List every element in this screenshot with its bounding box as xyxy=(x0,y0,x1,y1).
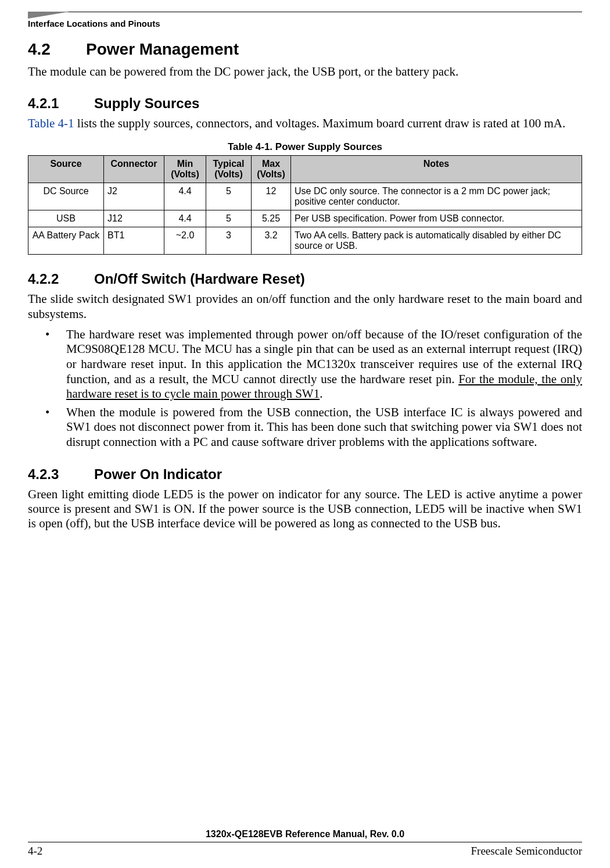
table-row: AA Battery Pack BT1 ~2.0 3 3.2 Two AA ce… xyxy=(28,227,582,255)
section-number: 4.2.2 xyxy=(28,271,94,287)
section-title: Power Management xyxy=(86,40,239,58)
cell-connector: J12 xyxy=(104,210,164,227)
cell-max: 5.25 xyxy=(252,210,291,227)
table-4-1-caption: Table 4-1. Power Supply Sources xyxy=(28,141,582,153)
cell-typ: 5 xyxy=(206,210,252,227)
page-footer: 1320x-QE128EVB Reference Manual, Rev. 0.… xyxy=(28,829,582,858)
col-min: Min (Volts) xyxy=(164,156,206,183)
cell-source: USB xyxy=(28,210,104,227)
section-4-2-2-list: The hardware reset was implemented throu… xyxy=(45,327,582,450)
section-4-2-body: The module can be powered from the DC po… xyxy=(28,65,582,79)
section-title: On/Off Switch (Hardware Reset) xyxy=(94,271,305,287)
cell-max: 12 xyxy=(252,183,291,210)
header-rule xyxy=(28,12,582,19)
section-4-2-3-heading: 4.2.3Power On Indicator xyxy=(28,466,582,483)
section-number: 4.2.1 xyxy=(28,95,94,112)
col-source: Source xyxy=(28,156,104,183)
section-4-2-1-heading: 4.2.1Supply Sources xyxy=(28,95,582,112)
bullet-text: When the module is powered from the USB … xyxy=(66,405,582,449)
section-4-2-2-heading: 4.2.2On/Off Switch (Hardware Reset) xyxy=(28,271,582,287)
cell-notes: Use DC only source. The connector is a 2… xyxy=(291,183,582,210)
cell-notes: Two AA cells. Battery pack is automatica… xyxy=(291,227,582,255)
section-4-2-2-body: The slide switch designated SW1 provides… xyxy=(28,292,582,321)
cell-connector: BT1 xyxy=(104,227,164,255)
section-title: Supply Sources xyxy=(94,95,199,111)
list-item: When the module is powered from the USB … xyxy=(45,405,582,450)
footer-doc-title: 1320x-QE128EVB Reference Manual, Rev. 0.… xyxy=(28,829,582,840)
footer-company: Freescale Semiconductor xyxy=(471,845,582,858)
col-connector: Connector xyxy=(104,156,164,183)
cell-min: 4.4 xyxy=(164,210,206,227)
footer-rule xyxy=(28,842,582,842)
col-notes: Notes xyxy=(291,156,582,183)
section-number: 4.2 xyxy=(28,40,86,59)
page: Interface Locations and Pinouts 4.2Power… xyxy=(0,0,610,868)
cell-min: 4.4 xyxy=(164,183,206,210)
cell-typ: 3 xyxy=(206,227,252,255)
table-row: USB J12 4.4 5 5.25 Per USB specification… xyxy=(28,210,582,227)
section-4-2-heading: 4.2Power Management xyxy=(28,40,582,59)
bullet-text: . xyxy=(320,387,322,401)
section-4-2-3-body: Green light emitting diode LED5 is the p… xyxy=(28,487,582,531)
table-4-1-xref[interactable]: Table 4-1 xyxy=(28,116,74,130)
col-max: Max (Volts) xyxy=(252,156,291,183)
cell-notes: Per USB specification. Power from USB co… xyxy=(291,210,582,227)
section-number: 4.2.3 xyxy=(28,466,94,483)
section-title: Power On Indicator xyxy=(94,466,222,482)
list-item: The hardware reset was implemented throu… xyxy=(45,327,582,402)
header-wedge-icon xyxy=(28,12,70,19)
table-header-row: Source Connector Min (Volts) Typical (Vo… xyxy=(28,156,582,183)
cell-source: DC Source xyxy=(28,183,104,210)
power-supply-table: Source Connector Min (Volts) Typical (Vo… xyxy=(28,155,582,255)
table-row: DC Source J2 4.4 5 12 Use DC only source… xyxy=(28,183,582,210)
cell-connector: J2 xyxy=(104,183,164,210)
cell-source: AA Battery Pack xyxy=(28,227,104,255)
cell-typ: 5 xyxy=(206,183,252,210)
footer-page-number: 4-2 xyxy=(28,845,42,858)
col-typ: Typical (Volts) xyxy=(206,156,252,183)
section-4-2-1-body: Table 4-1 lists the supply sources, conn… xyxy=(28,116,582,131)
running-header: Interface Locations and Pinouts xyxy=(28,19,582,28)
body-text: lists the supply sources, connectors, an… xyxy=(74,116,566,130)
cell-max: 3.2 xyxy=(252,227,291,255)
cell-min: ~2.0 xyxy=(164,227,206,255)
